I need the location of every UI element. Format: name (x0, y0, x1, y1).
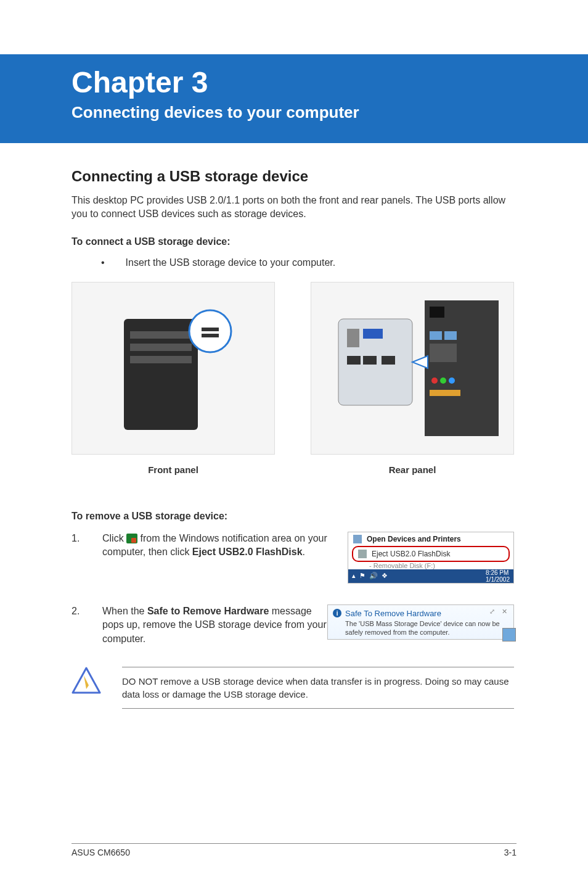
balloon-close-icons: ⤢ ✕ (489, 608, 510, 616)
tray-volume-icon: 🔊 (369, 572, 378, 580)
svg-marker-21 (412, 356, 428, 368)
balloon-corner-icon (502, 628, 516, 642)
svg-rect-6 (202, 334, 219, 337)
step-1-text: 1. Click from the Windows notification a… (71, 532, 343, 559)
page-footer: ASUS CM6650 3-1 (71, 843, 517, 857)
svg-rect-17 (347, 329, 359, 347)
chapter-subtitle: Connecting devices to your computer (71, 103, 588, 122)
svg-rect-19 (347, 356, 361, 365)
step-2-body: When the Safe to Remove Hardware message… (102, 604, 327, 646)
chapter-banner: Chapter 3 Connecting devices to your com… (0, 54, 588, 143)
svg-rect-18 (363, 329, 383, 339)
svg-point-12 (431, 377, 438, 384)
pc-front-illustration-icon (112, 300, 235, 436)
rear-panel-figure (311, 282, 514, 455)
pc-rear-illustration-icon (320, 294, 505, 442)
svg-rect-11 (430, 344, 457, 362)
svg-point-13 (440, 377, 446, 384)
footer-page-number: 3-1 (504, 848, 517, 857)
warning-triangle-icon (71, 667, 101, 694)
step-1-body: Click from the Windows notification area… (102, 532, 343, 559)
warning-block: DO NOT remove a USB storage device when … (71, 667, 514, 709)
front-panel-caption: Front panel (71, 464, 275, 475)
step-1-bold: Eject USB2.0 FlashDisk (192, 547, 303, 557)
step-1-post2: . (303, 547, 305, 557)
balloon-title-row: i Safe To Remove Hardware (333, 609, 508, 618)
tray-clock: 8:26 PM 1/1/2002 (486, 569, 510, 583)
info-icon: i (333, 609, 341, 617)
step-2-text: 2. When the Safe to Remove Hardware mess… (71, 604, 327, 646)
warning-text: DO NOT remove a USB storage device when … (122, 675, 514, 701)
step-1-block: 1. Click from the Windows notification a… (71, 532, 514, 584)
section-intro: This desktop PC provides USB 2.0/1.1 por… (71, 194, 514, 221)
svg-point-14 (449, 377, 455, 384)
tray-date: 1/1/2002 (486, 576, 510, 583)
open-devices-label: Open Devices and Printers (367, 535, 461, 543)
remove-subheading: To remove a USB storage device: (71, 511, 514, 522)
svg-rect-8 (430, 307, 444, 318)
svg-rect-2 (130, 344, 192, 351)
step-2-number: 2. (71, 604, 84, 646)
disk-icon (358, 550, 367, 558)
front-panel-figure (71, 282, 275, 455)
connect-bullet-text: Insert the USB storage device to your co… (126, 257, 336, 268)
svg-rect-3 (130, 356, 192, 363)
open-devices-row: Open Devices and Printers (348, 532, 513, 546)
balloon-title: Safe To Remove Hardware (345, 609, 441, 618)
tray-network-icon: ❖ (382, 572, 388, 580)
step-1-number: 1. (71, 532, 84, 559)
figure-row (71, 282, 514, 455)
svg-rect-10 (444, 331, 457, 340)
removable-disk-sublabel: - Removable Disk (F:) (348, 562, 513, 569)
eject-flashdisk-label: Eject USB2.0 FlashDisk (372, 550, 450, 558)
page-content: Connecting a USB storage device This des… (0, 143, 588, 709)
bullet-dot-icon: • (101, 257, 105, 268)
warning-text-wrap: DO NOT remove a USB storage device when … (122, 667, 514, 709)
balloon-body: The 'USB Mass Storage Device' device can… (345, 619, 508, 637)
eject-menu-screenshot: Open Devices and Printers Eject USB2.0 F… (348, 532, 514, 584)
step-1-pre: Click (102, 533, 126, 543)
rear-panel-caption: Rear panel (311, 464, 514, 475)
chapter-title: Chapter 3 (71, 65, 588, 99)
svg-rect-9 (430, 331, 442, 340)
figure-caption-row: Front panel Rear panel (71, 464, 514, 475)
tray-icons: ▴ ⚑ 🔊 ❖ (352, 572, 388, 580)
eject-flashdisk-row: Eject USB2.0 FlashDisk (352, 546, 510, 562)
printer-icon (353, 535, 362, 543)
tray-time: 8:26 PM (486, 569, 510, 576)
svg-rect-7 (425, 300, 499, 436)
step-2-pre: When the (102, 606, 147, 616)
step-2-bold: Safe to Remove Hardware (147, 606, 269, 616)
tray-up-icon: ▴ (352, 572, 356, 580)
svg-rect-20 (363, 356, 377, 365)
tray-flag-icon: ⚑ (359, 572, 365, 580)
svg-rect-15 (430, 390, 460, 396)
safe-remove-balloon-screenshot: ⤢ ✕ i Safe To Remove Hardware The 'USB M… (327, 604, 514, 640)
top-margin (0, 0, 588, 54)
section-heading: Connecting a USB storage device (71, 168, 514, 185)
safely-remove-tray-icon (126, 534, 137, 543)
connect-bullet-row: • Insert the USB storage device to your … (101, 257, 514, 268)
step-2-block: 2. When the Safe to Remove Hardware mess… (71, 604, 514, 646)
svg-rect-22 (382, 356, 395, 365)
connect-subheading: To connect a USB storage device: (71, 236, 514, 247)
taskbar-tray: ▴ ⚑ 🔊 ❖ 8:26 PM 1/1/2002 (348, 569, 513, 583)
footer-product: ASUS CM6650 (71, 848, 130, 857)
svg-rect-5 (202, 328, 219, 331)
svg-rect-1 (130, 331, 192, 339)
